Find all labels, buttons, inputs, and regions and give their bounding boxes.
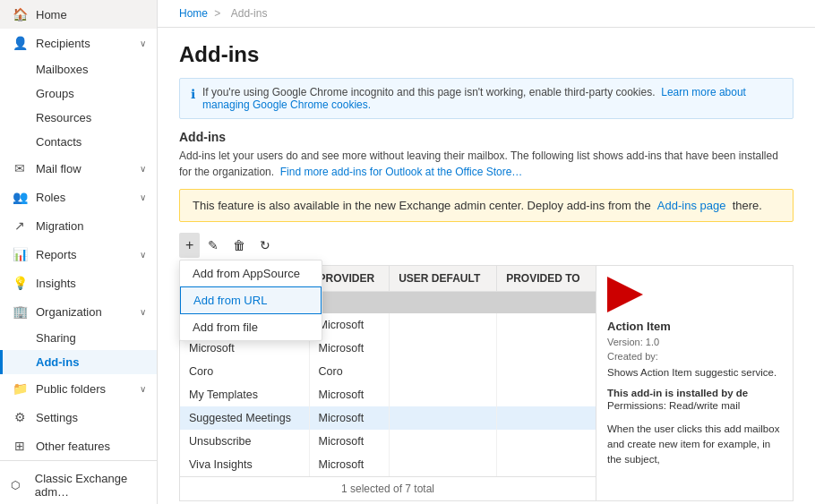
refresh-icon: ↻ [260,238,270,252]
cell-provider: Microsoft [309,453,390,476]
mailflow-icon: ✉ [11,161,29,175]
sidebar-item-organization[interactable]: 🏢 Organization ∨ [0,297,157,326]
table-row[interactable]: Unsubscribe Microsoft [180,430,596,453]
classic-exchange-link[interactable]: ⬡ Classic Exchange adm… [0,465,157,504]
sidebar-item-reports[interactable]: 📊 Reports ∨ [0,240,157,269]
table-row[interactable]: Coro Coro [180,360,596,383]
cell-providedto [497,313,596,337]
cell-name: Viva Insights [180,453,309,476]
cell-userdefault [390,360,497,383]
home-icon: 🏠 [11,7,29,21]
detail-version: Version: 1.0 [607,337,782,347]
sidebar-item-label: Public folders [36,382,106,396]
sidebar-item-roles[interactable]: 👥 Roles ∨ [0,183,157,211]
sidebar-item-contacts[interactable]: Contacts [0,130,157,154]
detail-title: Action Item [607,320,782,333]
cell-providedto [497,360,596,383]
chevron-down-icon: ∨ [140,307,146,317]
add-url-item[interactable]: Add from URL [180,286,322,314]
cell-provider: Microsoft [309,383,390,406]
sidebar-item-mailboxes[interactable]: Mailboxes [0,57,157,81]
sidebar-item-sharing[interactable]: Sharing [0,326,157,350]
sidebar-item-insights[interactable]: 💡 Insights [0,269,157,297]
info-icon: ℹ [191,87,195,101]
organization-icon: 🏢 [11,304,29,319]
cell-providedto [497,383,596,406]
edit-icon: ✎ [208,238,219,252]
sidebar-item-label: Insights [36,277,76,290]
delete-button[interactable]: 🗑 [227,234,252,257]
cell-userdefault [390,453,497,476]
recipients-icon: 👤 [11,36,29,50]
breadcrumb: Home > Add-ins [158,0,815,28]
cell-providedto [497,430,596,453]
sidebar-item-label: Home [36,8,67,21]
cell-name: Unsubscribe [180,430,309,453]
cell-providedto [497,453,596,476]
detail-addin-icon [607,277,643,312]
sidebar-bottom: ⬡ Classic Exchange adm… ⬡ Microsoft 365 … [0,460,157,504]
edit-button[interactable]: ✎ [202,234,225,257]
cell-userdefault [390,337,497,360]
section-desc: Add-ins let your users do and see more w… [179,148,794,180]
main-content: Home > Add-ins Add-ins ℹ If you're using… [158,0,815,504]
toolbar: + ✎ 🗑 ↻ Add from AppSource Add from URL … [179,233,794,258]
chevron-down-icon: ∨ [140,164,146,174]
add-icon: + [185,237,193,253]
cell-userdefault [390,430,497,453]
refresh-button[interactable]: ↻ [253,234,277,257]
info-text: If you're using Google Chrome incognito … [202,86,656,98]
sidebar-item-publicfolders[interactable]: 📁 Public folders ∨ [0,374,157,403]
page-body: Add-ins ℹ If you're using Google Chrome … [158,28,815,504]
breadcrumb-separator: > [214,7,220,20]
sidebar-item-mailflow[interactable]: ✉ Mail flow ∨ [0,154,157,183]
col-providedto[interactable]: PROVIDED TO [497,266,596,292]
chevron-down-icon: ∨ [140,38,146,48]
sidebar-item-recipients[interactable]: 👤 Recipients ∨ [0,29,157,57]
add-appsource-item[interactable]: Add from AppSource [180,261,322,286]
sidebar-item-otherfeatures[interactable]: ⊞ Other features [0,431,157,460]
sidebar-item-label: Settings [36,411,78,424]
breadcrumb-current: Add-ins [231,7,268,20]
section-title: Add-ins [179,130,794,144]
sidebar-item-label: Recipients [36,37,90,50]
sidebar-item-migration[interactable]: ↗ Migration [0,211,157,240]
cell-name: Suggested Meetings [180,406,309,430]
table-row-selected[interactable]: Suggested Meetings Microsoft [180,406,596,430]
addins-page-link[interactable]: Add-ins page [657,199,726,212]
sidebar-item-home[interactable]: 🏠 Home [0,0,157,29]
sidebar-item-addins[interactable]: Add-ins [0,350,157,374]
chevron-down-icon: ∨ [140,384,146,394]
delete-icon: 🗑 [233,238,245,252]
sidebar-item-resources[interactable]: Resources [0,106,157,130]
section-link[interactable]: Find more add-ins for Outlook at the Off… [280,166,523,178]
sidebar: 🏠 Home 👤 Recipients ∨ Mailboxes Groups R… [0,0,158,504]
breadcrumb-home-link[interactable]: Home [179,7,208,20]
insights-icon: 💡 [11,276,29,290]
table-row[interactable]: My Templates Microsoft [180,383,596,406]
sidebar-item-settings[interactable]: ⚙ Settings [0,403,157,431]
detail-created-by: Created by: [607,351,782,362]
table-footer: 1 selected of 7 total [180,476,596,500]
detail-description: Shows Action Item suggestic service. [607,365,782,380]
cell-providedto [497,406,596,430]
cell-userdefault [390,313,497,337]
feature-banner: This feature is also available in the ne… [179,189,794,222]
add-button[interactable]: + [179,233,200,258]
sidebar-item-label: Roles [36,191,65,204]
chevron-down-icon: ∨ [140,250,146,260]
migration-icon: ↗ [11,218,29,233]
settings-icon: ⚙ [11,410,29,424]
add-file-item[interactable]: Add from file [180,314,322,340]
detail-panel: Action Item Version: 1.0 Created by: Sho… [596,266,793,500]
table-row[interactable]: Viva Insights Microsoft [180,453,596,476]
cell-providedto [497,337,596,360]
sidebar-item-label: Reports [36,248,77,261]
col-userdefault[interactable]: USER DEFAULT [390,266,497,292]
detail-permissions: Permissions: Read/write mail [607,398,782,414]
sidebar-item-label: Other features [36,440,110,453]
sidebar-item-label: Organization [36,305,102,319]
chevron-down-icon: ∨ [140,192,146,202]
sidebar-item-groups[interactable]: Groups [0,81,157,106]
cell-userdefault [390,406,497,430]
